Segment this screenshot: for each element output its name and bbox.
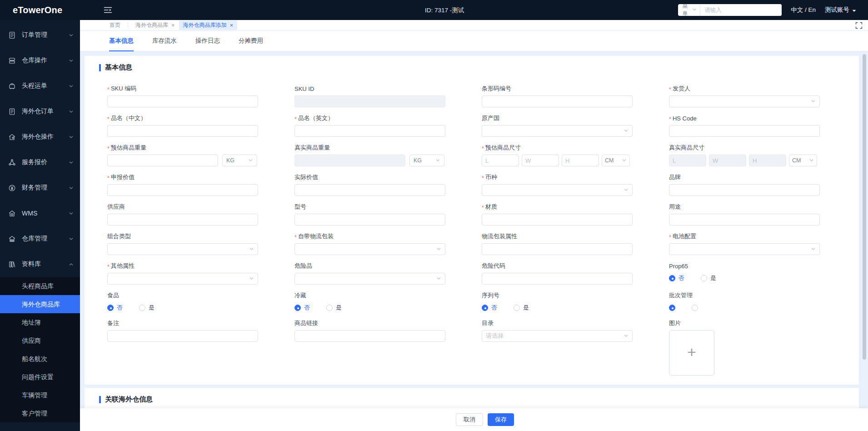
sidebar-item-overseas-order[interactable]: 海外仓订单: [0, 99, 80, 124]
radio-checked-icon[interactable]: [294, 305, 301, 311]
radio-unchecked-icon[interactable]: [701, 275, 707, 281]
real-dims-unit-select[interactable]: CM: [789, 155, 817, 166]
tab-chip-overseas-products-add[interactable]: 海外仓商品库添加×: [179, 20, 238, 30]
own-logistics-packaging-select[interactable]: [294, 243, 445, 255]
sidebar-subitem-overseas-products[interactable]: 海外仓商品库: [0, 295, 80, 313]
sidebar-subitem-vehicle-mgmt[interactable]: 车辆管理: [0, 386, 80, 404]
field-label: 冷藏: [294, 291, 445, 300]
tab-chip-label: 海外仓商品库添加: [183, 21, 227, 29]
est-dims-h-input[interactable]: [562, 155, 599, 166]
cold-storage-radio-option-0[interactable]: 否: [294, 304, 310, 312]
danger-code-input[interactable]: [482, 273, 633, 285]
real-weight-unit-select[interactable]: KG: [409, 155, 444, 166]
radio-checked-icon[interactable]: [107, 305, 114, 311]
field-label: 商品链接: [294, 319, 445, 327]
product-link-input[interactable]: [294, 330, 445, 342]
tab-operation-log[interactable]: 操作日志: [195, 31, 220, 51]
serial-number-radio-option-0[interactable]: 否: [482, 304, 497, 312]
packaging-attr-input[interactable]: [482, 243, 633, 255]
name-cn-input[interactable]: [107, 125, 258, 137]
shipper-select[interactable]: [669, 95, 820, 107]
scroll-area: 基本信息 *SKU 编码SKU ID条形码编号*发货人*品名（中文）*品名（英文…: [80, 51, 868, 431]
sidebar-item-order-mgmt[interactable]: 订单管理: [0, 22, 80, 48]
tab-chip-home[interactable]: 首页: [105, 20, 125, 30]
sidebar-subitem-vessel-voyage[interactable]: 船名航次: [0, 350, 80, 368]
sidebar-subitem-address-book[interactable]: 地址簿: [0, 313, 80, 331]
close-icon[interactable]: ×: [171, 22, 175, 28]
cold-storage-radio-option-1[interactable]: 是: [326, 304, 342, 312]
battery-config-select[interactable]: [669, 243, 820, 255]
radio-unchecked-icon[interactable]: [692, 305, 698, 311]
radio-checked-icon[interactable]: [669, 305, 675, 311]
cancel-button[interactable]: 取消: [456, 413, 483, 426]
tab-chip-label: 海外仓商品库: [135, 21, 168, 29]
model-input[interactable]: [294, 214, 445, 226]
serial-number-radio-option-1[interactable]: 是: [514, 304, 529, 312]
hs-code-input[interactable]: [669, 125, 820, 137]
chevron-down-icon: [435, 156, 440, 165]
combo-type-select[interactable]: [107, 243, 258, 255]
language-switch[interactable]: 中文 / En: [791, 6, 816, 14]
sidebar-item-warehouse-mgmt[interactable]: 仓库管理: [0, 226, 80, 251]
food-radio-option-1[interactable]: 是: [139, 304, 155, 312]
sidebar-item-database[interactable]: 资料库: [0, 251, 80, 277]
radio-unchecked-icon[interactable]: [139, 305, 145, 311]
barcode-input[interactable]: [482, 95, 633, 107]
sidebar-subitem-customer-mgmt[interactable]: 客户管理: [0, 404, 80, 422]
vertical-scrollbar[interactable]: [863, 54, 866, 360]
material-input[interactable]: [482, 214, 633, 226]
finance-icon: [8, 184, 16, 192]
global-search: 菜单: [678, 4, 782, 16]
batch-mgmt-radio-option-0[interactable]: [669, 305, 675, 311]
dangerous-goods-select[interactable]: [294, 273, 445, 285]
name-en-input[interactable]: [294, 125, 445, 137]
sidebar-subitem-problem-item-settings[interactable]: 问题件设置: [0, 368, 80, 386]
sidebar-subitem-firstleg-products[interactable]: 头程商品库: [0, 277, 80, 295]
actual-value-input[interactable]: [294, 184, 445, 196]
usage-input[interactable]: [669, 214, 820, 226]
declared-value-input[interactable]: [107, 184, 258, 196]
batch-mgmt-radio-option-1[interactable]: [692, 305, 698, 311]
search-scope-select[interactable]: 菜单: [678, 4, 700, 16]
fullscreen-icon[interactable]: [855, 22, 863, 29]
catalog-select[interactable]: 请选择: [482, 330, 633, 342]
radio-checked-icon[interactable]: [669, 275, 675, 281]
sidebar-item-overseas-ops[interactable]: 海外仓操作: [0, 124, 80, 150]
search-input[interactable]: [700, 4, 782, 16]
sidebar-item-warehouse-ops[interactable]: 仓库操作: [0, 48, 80, 73]
save-button[interactable]: 保存: [488, 413, 514, 426]
food-radio-option-0[interactable]: 否: [107, 304, 123, 312]
sidebar-item-wms[interactable]: WMS: [0, 200, 80, 226]
prop65-radio-option-1[interactable]: 是: [701, 274, 716, 282]
close-icon[interactable]: ×: [230, 22, 234, 28]
currency-select[interactable]: [482, 184, 633, 196]
radio-checked-icon[interactable]: [482, 305, 488, 311]
required-asterisk: *: [294, 115, 297, 122]
sidebar-collapse-icon[interactable]: [104, 6, 112, 15]
est-weight-unit-select[interactable]: KG: [222, 155, 257, 166]
tab-stock-flow[interactable]: 库存流水: [152, 31, 177, 51]
sku-code-input[interactable]: [107, 95, 258, 107]
sidebar-item-finance-mgmt[interactable]: 财务管理: [0, 175, 80, 200]
required-asterisk: *: [669, 115, 671, 122]
brand-input[interactable]: [669, 184, 820, 196]
est-weight-input[interactable]: [107, 155, 218, 166]
supplier-input[interactable]: [107, 214, 258, 226]
sidebar-item-firstleg-waybill[interactable]: 头程运单: [0, 73, 80, 99]
remark-input[interactable]: [107, 330, 258, 342]
radio-unchecked-icon[interactable]: [514, 305, 520, 311]
est-dims-unit-select[interactable]: CM: [602, 155, 630, 166]
sidebar-subitem-suppliers[interactable]: 供应商: [0, 331, 80, 350]
image-upload-box[interactable]: +: [669, 330, 714, 376]
tab-chip-overseas-products[interactable]: 海外仓商品库×: [131, 20, 179, 30]
est-dims-w-input[interactable]: [522, 155, 559, 166]
sidebar-item-service-quote[interactable]: 服务报价: [0, 150, 80, 175]
origin-country-select[interactable]: [482, 125, 633, 137]
prop65-radio-option-0[interactable]: 否: [669, 274, 684, 282]
tab-shared-fees[interactable]: 分摊费用: [239, 31, 263, 51]
other-attr-select[interactable]: [107, 273, 258, 285]
tab-basic-info[interactable]: 基本信息: [109, 31, 134, 51]
account-menu[interactable]: 测试账号: [825, 6, 856, 14]
radio-unchecked-icon[interactable]: [326, 305, 333, 311]
est-dims-l-input[interactable]: [482, 155, 519, 166]
